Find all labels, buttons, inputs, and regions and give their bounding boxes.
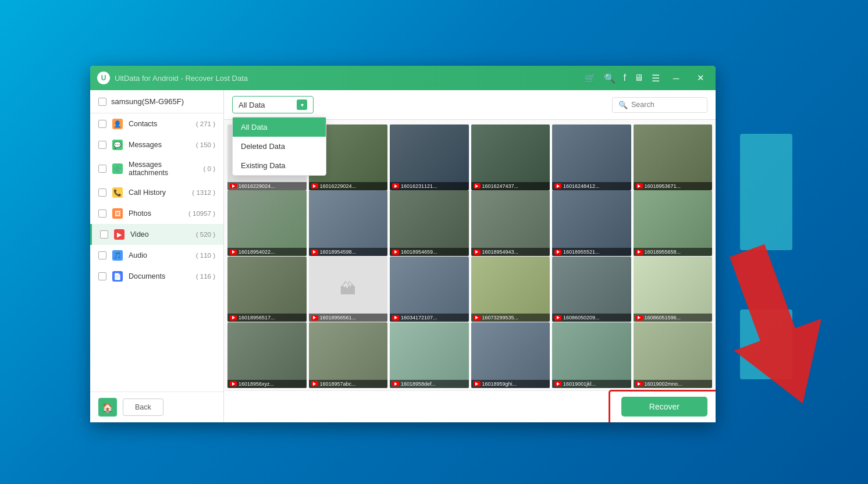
video-label: 16016247437... (471, 182, 550, 190)
sidebar-item-audio[interactable]: 🎵 Audio ( 110 ) (90, 245, 223, 266)
recover-button[interactable]: Recover (621, 397, 707, 417)
cart-icon[interactable]: 🛒 (584, 73, 596, 84)
back-button[interactable]: Back (123, 398, 163, 416)
youtube-icon (230, 315, 237, 321)
dropdown-item-existing-data[interactable]: Existing Data (233, 156, 326, 175)
sidebar-count-video: ( 520 ) (196, 231, 215, 238)
sidebar-item-call-history[interactable]: 📞 Call History ( 1312 ) (90, 182, 223, 203)
sidebar-item-photos[interactable]: 🖼 Photos ( 10957 ) (90, 203, 223, 224)
video-thumb-11[interactable]: 16018955521... (552, 190, 631, 256)
app-name: UltData for Android (115, 74, 179, 83)
sidebar-label-call-history: Call History (129, 188, 186, 197)
sidebar-icon-call-history: 📞 (112, 187, 123, 198)
video-thumb-5[interactable]: 16016248412... (552, 124, 631, 190)
sidebar-footer: 🏠 Back (90, 392, 223, 422)
search-box: 🔍 (612, 97, 707, 113)
youtube-icon (554, 381, 561, 386)
filter-dropdown-menu: All Data Deleted Data Existing Data (232, 117, 326, 176)
video-label: 16018954943... (471, 248, 550, 256)
titlebar-icons: 🛒 🔍 f 🖥 ☰ ─ ✕ (584, 70, 709, 86)
video-thumb-18[interactable]: 16086051596... (634, 257, 713, 322)
youtube-icon (474, 250, 481, 255)
menu-icon[interactable]: ☰ (652, 73, 660, 84)
device-header: samsung(SM-G965F) (90, 90, 223, 113)
teal-decoration-top (740, 134, 792, 250)
app-logo: U (97, 72, 110, 84)
video-thumb-6[interactable]: 16018953671... (634, 124, 713, 190)
video-thumb-15[interactable]: 16034172107... (390, 257, 469, 322)
sidebar-label-documents: Documents (129, 272, 190, 280)
youtube-icon (230, 183, 237, 188)
youtube-icon (392, 183, 399, 188)
video-thumb-19[interactable]: 16018956xyz... (227, 322, 307, 388)
sidebar-item-check[interactable] (98, 165, 106, 173)
video-thumb-22[interactable]: 16018959ghi... (471, 322, 550, 388)
filter-current: All Data (239, 101, 265, 109)
app-body: samsung(SM-G965F) 👤 Contacts ( 271 ) 💬 M… (90, 90, 716, 422)
sidebar-item-video[interactable]: ▶ Video ( 520 ) (90, 224, 223, 245)
sidebar-item-documents[interactable]: 📄 Documents ( 116 ) (90, 266, 223, 287)
search-icon[interactable]: 🔍 (604, 73, 616, 84)
youtube-icon (636, 183, 643, 188)
video-thumb-17[interactable]: 16086050209... (552, 257, 631, 322)
sidebar-count-documents: ( 116 ) (196, 273, 215, 280)
sidebar-item-check[interactable] (98, 251, 106, 259)
sidebar-label-photos: Photos (129, 209, 183, 218)
video-thumb-placeholder-14[interactable]: 🏔16018956561... (309, 257, 388, 322)
sidebar-label-video: Video (130, 230, 190, 239)
video-label: 16018956561... (309, 314, 388, 322)
minimize-button[interactable]: ─ (668, 70, 684, 86)
video-thumb-21[interactable]: 16018958def... (390, 322, 469, 388)
home-button[interactable]: 🏠 (98, 398, 117, 417)
dropdown-item-deleted-data[interactable]: Deleted Data (233, 137, 326, 156)
video-label: 16018956517... (227, 314, 307, 322)
search-icon: 🔍 (618, 101, 628, 109)
video-thumb-10[interactable]: 16018954943... (471, 190, 550, 256)
youtube-icon (230, 250, 237, 255)
sidebar-item-check[interactable] (98, 188, 106, 197)
sidebar-item-messages-attachments[interactable]: 📎 Messages attachments ( 0 ) (90, 155, 223, 182)
video-thumb-7[interactable]: 16018954022... (227, 190, 307, 256)
video-thumb-4[interactable]: 16016247437... (471, 124, 550, 190)
sidebar-item-messages[interactable]: 💬 Messages ( 150 ) (90, 134, 223, 155)
sidebar-item-check[interactable] (98, 272, 106, 280)
sidebar-item-check[interactable] (98, 209, 106, 218)
video-label: 16018954598... (309, 248, 388, 256)
video-thumb-12[interactable]: 16018955658... (634, 190, 713, 256)
filter-dropdown[interactable]: All Data ▾ (232, 96, 314, 113)
recover-button-wrap: Recover (224, 390, 716, 422)
sidebar-item-contacts[interactable]: 👤 Contacts ( 271 ) (90, 113, 223, 134)
device-checkbox[interactable] (98, 98, 106, 106)
youtube-icon (554, 183, 561, 188)
video-label: 16016248412... (552, 182, 631, 190)
main-toolbar: All Data ▾ 🔍 All Data Deleted Data Exist… (224, 90, 716, 120)
youtube-icon (554, 250, 561, 255)
close-button[interactable]: ✕ (692, 70, 709, 86)
video-thumb-16[interactable]: 16073299535... (471, 257, 550, 322)
youtube-icon (311, 315, 318, 321)
sidebar-item-check[interactable] (98, 141, 106, 149)
video-label: 16018958def... (390, 380, 469, 388)
youtube-icon (636, 315, 643, 321)
youtube-icon (392, 381, 399, 386)
search-input[interactable] (631, 101, 701, 109)
video-label: 16034172107... (390, 314, 469, 322)
video-thumb-20[interactable]: 16018957abc... (309, 322, 388, 388)
video-thumb-8[interactable]: 16018954598... (309, 190, 388, 256)
video-label: 16018955658... (634, 248, 713, 256)
video-thumb-3[interactable]: 16016231121... (390, 124, 469, 190)
video-label: 16019002mno... (634, 380, 713, 388)
video-thumb-24[interactable]: 16019002mno... (634, 322, 713, 388)
sidebar-icon-video: ▶ (114, 229, 124, 240)
monitor-icon[interactable]: 🖥 (634, 73, 643, 83)
video-thumb-9[interactable]: 16018954659... (390, 190, 469, 256)
video-thumb-23[interactable]: 16019001jkl... (552, 322, 631, 388)
titlebar-title: UltData for Android - Recover Lost Data (115, 74, 584, 83)
sidebar-icon-photos: 🖼 (112, 208, 123, 219)
dropdown-item-all-data[interactable]: All Data (233, 118, 326, 137)
video-thumb-13[interactable]: 16018956517... (227, 257, 307, 322)
sidebar-item-check[interactable] (100, 230, 108, 239)
video-label: 16018955521... (552, 248, 631, 256)
sidebar-item-check[interactable] (98, 120, 106, 128)
facebook-icon[interactable]: f (624, 73, 626, 83)
